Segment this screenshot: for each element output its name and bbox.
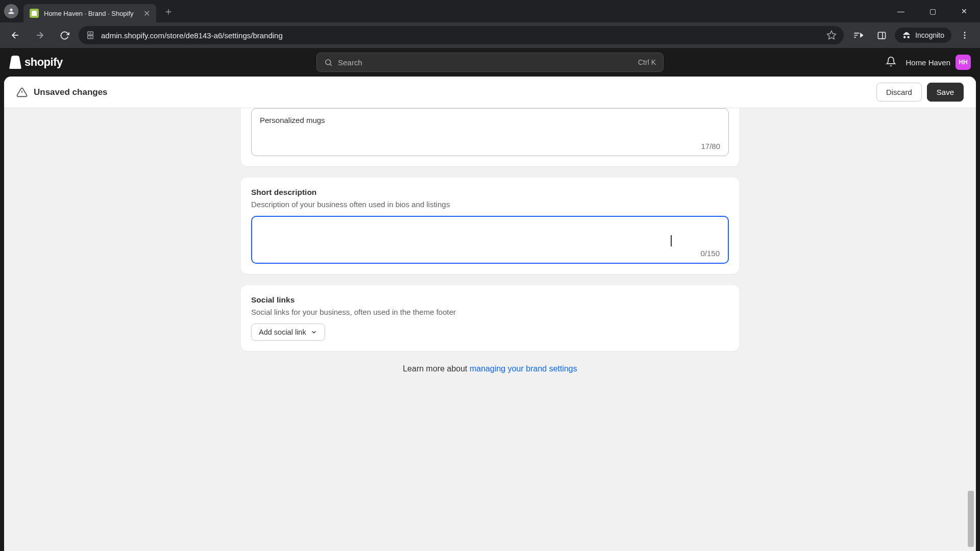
browser-profile-button[interactable]	[4, 4, 18, 18]
svg-marker-4	[827, 31, 836, 39]
browser-chrome: Home Haven · Brand · Shopify ✕ ＋ ― ▢ ✕ a…	[0, 0, 980, 48]
new-tab-button[interactable]: ＋	[163, 5, 174, 18]
short-description-input[interactable]: 0/150	[251, 216, 729, 264]
svg-rect-5	[878, 32, 885, 39]
text-caret	[671, 235, 672, 246]
scrollbar-thumb[interactable]	[968, 491, 974, 547]
tab-strip: Home Haven · Brand · Shopify ✕ ＋ ― ▢ ✕	[0, 0, 980, 22]
social-links-card: Social links Social links for your busin…	[241, 285, 739, 351]
unsaved-message: Unsaved changes	[34, 87, 108, 97]
shopify-wordmark: shopify	[24, 56, 63, 69]
tab-title: Home Haven · Brand · Shopify	[44, 10, 139, 17]
social-links-subtitle: Social links for your business, often us…	[251, 308, 729, 316]
short-description-card: Short description Description of your bu…	[241, 178, 739, 274]
add-social-link-label: Add social link	[259, 328, 306, 336]
incognito-indicator[interactable]: Incognito	[895, 28, 951, 43]
short-description-counter: 0/150	[700, 249, 720, 258]
address-bar: admin.shopify.com/store/de8143-a6/settin…	[0, 22, 980, 48]
slogan-value: Personalized mugs	[260, 116, 325, 124]
page-surface: Unsaved changes Discard Save Personalize…	[4, 77, 976, 551]
svg-point-7	[964, 32, 966, 33]
search-shortcut: Ctrl K	[638, 58, 656, 66]
app-body: Unsaved changes Discard Save Personalize…	[0, 77, 980, 551]
scrollbar-track[interactable]	[967, 108, 975, 551]
store-menu[interactable]: Home Haven HH	[905, 55, 971, 70]
search-placeholder: Search	[338, 58, 362, 67]
maximize-button[interactable]: ▢	[921, 7, 944, 15]
arrow-left-icon	[10, 30, 20, 40]
url-field[interactable]: admin.shopify.com/store/de8143-a6/settin…	[79, 26, 844, 44]
notifications-button[interactable]	[886, 56, 896, 69]
global-search[interactable]: Search Ctrl K	[316, 53, 664, 72]
learn-more-link[interactable]: managing your brand settings	[470, 364, 577, 373]
incognito-icon	[902, 31, 911, 40]
window-controls: ― ▢ ✕	[889, 0, 976, 22]
incognito-label: Incognito	[915, 31, 944, 39]
close-window-button[interactable]: ✕	[952, 7, 976, 15]
store-avatar: HH	[955, 55, 971, 70]
contextual-save-bar: Unsaved changes Discard Save	[4, 77, 976, 108]
learn-more-footer: Learn more about managing your brand set…	[4, 364, 976, 373]
shopify-logo[interactable]: shopify	[9, 56, 63, 69]
shopify-bag-icon	[9, 56, 21, 69]
app-header: shopify Search Ctrl K Home Haven HH	[0, 48, 980, 77]
reload-button[interactable]	[54, 25, 75, 45]
browser-menu-button[interactable]	[954, 25, 975, 45]
store-name: Home Haven	[905, 58, 950, 67]
slogan-card: Personalized mugs 17/80	[241, 108, 739, 166]
svg-point-8	[964, 35, 966, 36]
reload-icon	[60, 31, 69, 40]
bell-icon	[886, 56, 896, 67]
browser-tab[interactable]: Home Haven · Brand · Shopify ✕	[23, 4, 156, 22]
back-button[interactable]	[5, 25, 26, 45]
tab-favicon	[30, 9, 39, 18]
media-controls-icon[interactable]	[848, 25, 868, 45]
svg-line-11	[330, 64, 332, 65]
user-icon	[7, 7, 15, 15]
learn-more-prefix: Learn more about	[403, 364, 470, 373]
bookmark-icon[interactable]	[826, 30, 837, 40]
discard-button[interactable]: Discard	[876, 83, 922, 102]
side-panel-icon[interactable]	[871, 25, 892, 45]
search-icon	[324, 58, 333, 67]
forward-button[interactable]	[30, 25, 50, 45]
warning-icon	[16, 87, 28, 98]
close-icon[interactable]: ✕	[143, 9, 150, 18]
short-description-title: Short description	[251, 188, 729, 197]
save-button[interactable]: Save	[927, 83, 964, 102]
minimize-button[interactable]: ―	[889, 7, 913, 15]
slogan-input[interactable]: Personalized mugs 17/80	[251, 108, 729, 156]
slogan-counter: 17/80	[701, 142, 720, 151]
short-description-subtitle: Description of your business often used …	[251, 200, 729, 209]
site-settings-icon[interactable]	[86, 31, 95, 40]
social-links-title: Social links	[251, 295, 729, 305]
kebab-icon	[960, 31, 969, 40]
content-scroll[interactable]: Personalized mugs 17/80 Short descriptio…	[4, 108, 976, 551]
add-social-link-button[interactable]: Add social link	[251, 323, 325, 341]
svg-point-10	[326, 59, 331, 64]
arrow-right-icon	[35, 30, 45, 40]
svg-point-9	[964, 37, 966, 39]
url-text: admin.shopify.com/store/de8143-a6/settin…	[101, 31, 820, 40]
chevron-down-icon	[310, 329, 317, 336]
